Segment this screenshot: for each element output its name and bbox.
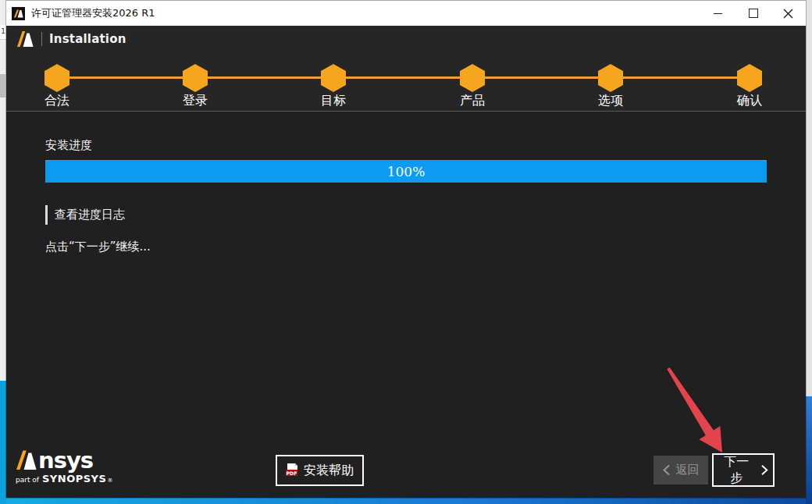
next-button[interactable]: 下一步 [712,453,775,487]
maximize-button[interactable] [735,1,771,26]
install-help-button[interactable]: PDF 安装帮助 [276,455,364,486]
background-window-scrollbar [0,74,5,98]
step-hexagon-icon [321,64,346,92]
product-label: Installation [49,32,126,46]
ansys-app-icon [12,7,25,20]
product-brand-row: Installation [16,30,126,48]
progress-label: 安装进度 [45,138,92,153]
stepper-track [57,76,750,79]
chevron-left-icon [663,464,670,476]
ansys-wordmark: nsys part of synopsys ® [16,449,112,484]
log-caret-icon [45,205,48,225]
maximize-icon [749,9,758,18]
close-icon [783,9,793,19]
background-window-fragment: 1 [0,25,6,40]
ansys-wordmark-tail: nsys [38,450,93,470]
wizard-page: 安装进度 100% 查看进度日志 点击“下一步”继续... nsys part … [6,112,806,498]
ansys-wordmark-row: nsys [16,449,112,470]
minimize-icon [714,13,722,14]
step-hexagon-icon [737,64,762,92]
next-hint-text: 点击“下一步”继续... [45,240,151,254]
synopsys-label: synopsys [42,473,106,484]
chevron-right-icon [761,464,768,476]
step-label: 选项 [598,93,623,109]
ansys-logo-icon [16,30,35,48]
svg-text:PDF: PDF [287,470,297,476]
progress-percent: 100% [387,164,426,179]
window-controls [700,1,806,26]
step-label: 产品 [460,93,485,109]
install-help-label: 安装帮助 [304,463,354,479]
desktop-wallpaper-left [0,381,6,504]
back-button[interactable]: 返回 [654,456,708,484]
minimize-button[interactable] [700,1,735,26]
partof-label: part of [16,476,39,484]
step-hexagon-icon [460,64,485,92]
install-progress-bar: 100% [45,160,767,183]
synopsys-byline: part of synopsys ® [16,473,112,484]
step-hexagon-icon [598,64,623,92]
installer-window: 许可证管理器安装2026 R1 Installation 合法登录目标产品选项确… [6,0,806,498]
step-hexagon-icon [183,64,208,92]
title-bar: 许可证管理器安装2026 R1 [6,0,806,26]
wizard-header: Installation 合法登录目标产品选项确认 [6,26,806,112]
header-divider [41,32,42,46]
step-hexagon-icon [45,64,69,92]
pdf-icon: PDF [286,463,298,477]
view-log-label: 查看进度日志 [55,208,125,222]
desktop-wallpaper-right [806,396,812,504]
desktop-wallpaper-bottom [6,498,806,504]
next-label: 下一步 [718,454,754,487]
step-label: 确认 [737,93,762,109]
step-label: 合法 [45,93,69,109]
step-label: 登录 [183,93,208,109]
view-log-link[interactable]: 查看进度日志 [45,205,125,225]
ansys-a-icon [16,449,37,470]
step-label: 目标 [321,93,346,109]
window-title: 许可证管理器安装2026 R1 [31,6,155,20]
close-button[interactable] [771,1,806,26]
back-label: 返回 [676,463,700,477]
registered-mark: ® [107,477,112,484]
